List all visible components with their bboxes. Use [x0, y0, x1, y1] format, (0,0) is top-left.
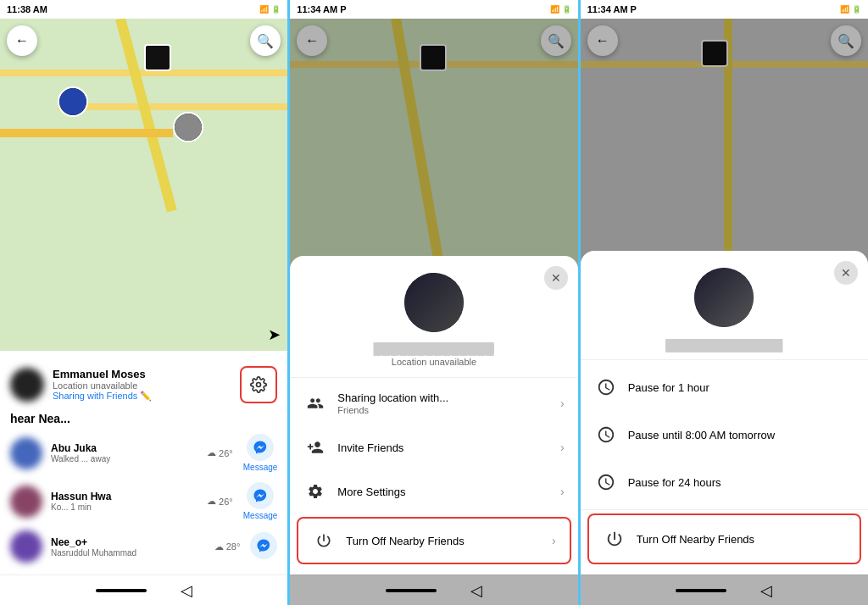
friend-detail-1: Ko... 1 min [51, 502, 207, 512]
modal-user-name-2: ██████████████ [290, 339, 577, 357]
status-icons-1: 📶 🔋 [259, 5, 281, 14]
friend-weather-0: ☁ 26° [207, 447, 233, 458]
people-icon [303, 391, 327, 415]
message-label-0: Message [243, 463, 278, 472]
phone-panel-2: 11:34 AM P 📶 🔋 ← 🔍 ✕ ██████████████ [290, 0, 580, 605]
divider-3 [581, 359, 868, 360]
phone-panel-3: 11:34 AM P 📶 🔋 ← 🔍 ✕ ███████████████ [581, 0, 868, 605]
friend-item-1: Hassun Hwa Ko... 1 min ☁ 26° Message [0, 477, 287, 525]
menu-item-invite[interactable]: Invite Friends › [290, 425, 577, 469]
menu-text-turnoff: Turn Off Nearby Friends [346, 535, 552, 547]
modal-avatar-2 [404, 273, 464, 332]
menu-item-settings[interactable]: More Settings › [290, 469, 577, 513]
pause-item-1[interactable]: Pause until 8:00 AM tomorrow [581, 411, 868, 458]
close-button-2[interactable]: ✕ [544, 266, 568, 290]
friend-info-1: Hassun Hwa Ko... 1 min [51, 491, 207, 512]
nav-bar-1: ◁ [0, 574, 287, 605]
friend-avatar-1 [10, 486, 42, 518]
modal-avatar-wrap-3 [581, 251, 868, 334]
add-friend-icon [303, 436, 327, 459]
time-display-1: 11:38 AM [7, 4, 47, 14]
status-bar-2: 11:34 AM P 📶 🔋 [290, 0, 577, 19]
pause-item-0[interactable]: Pause for 1 hour [581, 364, 868, 411]
map-background-1: ← 🔍 ➤ [0, 19, 287, 351]
modal-user-name-3: ███████████████ [581, 334, 868, 356]
modal-sheet-3: ✕ ███████████████ Pause for 1 hour Pause… [581, 251, 868, 574]
user-row-1: Emmanuel Moses Location unavailable Shar… [0, 361, 287, 408]
chevron-icon-invite: › [560, 441, 565, 454]
message-button-2[interactable] [250, 532, 277, 561]
divider-3b [581, 509, 868, 510]
status-icons-2: 📶 🔋 [550, 5, 571, 14]
friend-info-0: Abu Juka Walked ... away [51, 442, 207, 463]
pause-label-3: Turn Off Nearby Friends [637, 533, 754, 546]
time-display-3: 11:34 AM P [587, 4, 637, 14]
friend-name-0: Abu Juka [51, 442, 207, 454]
pause-label-2: Pause for 24 hours [628, 476, 721, 489]
compass-icon-1: ➤ [268, 325, 281, 344]
clock-icon-0 [594, 375, 618, 399]
menu-text-settings: More Settings [337, 486, 560, 498]
menu-item-sharing[interactable]: Sharing location with... Friends › [290, 381, 577, 425]
map-pin-3[interactable] [173, 112, 203, 142]
user-location-1: Location unavailable [53, 380, 240, 391]
status-icons-3: 📶 🔋 [840, 5, 861, 14]
svg-point-0 [257, 383, 261, 387]
settings-button-1[interactable] [240, 366, 277, 403]
status-bar-3: 11:34 AM P 📶 🔋 [581, 0, 868, 19]
back-button-1[interactable]: ← [7, 25, 37, 56]
chevron-icon-sharing: › [560, 397, 565, 410]
message-button-0[interactable]: Message [243, 434, 278, 472]
modal-avatar-wrap-2 [290, 256, 577, 339]
menu-text-invite: Invite Friends [337, 441, 560, 454]
friend-detail-2: Nasruddul Muhammad [51, 548, 214, 558]
chevron-icon-turnoff: › [552, 534, 556, 547]
friend-name-2: Nee_o+ [51, 536, 214, 548]
power-icon-2 [312, 529, 336, 552]
message-button-1[interactable]: Message [243, 482, 278, 520]
friend-item-2: Nee_o+ Nasruddul Muhammad ☁ 28° [0, 525, 287, 568]
nav-back-1[interactable]: ◁ [181, 581, 192, 600]
menu-text-sharing: Sharing location with... Friends [337, 391, 560, 415]
nav-pill-1 [96, 589, 147, 592]
power-icon-3 [603, 527, 626, 551]
friend-item-0: Abu Juka Walked ... away ☁ 26° Message [0, 429, 287, 477]
modal-sheet-2: ✕ ██████████████ Location unavailable Sh… [290, 256, 577, 574]
pause-item-3-turnoff[interactable]: Turn Off Nearby Friends [587, 513, 861, 564]
friend-detail-0: Walked ... away [51, 454, 207, 463]
friend-weather-1: ☁ 26° [207, 496, 233, 507]
friend-info-2: Nee_o+ Nasruddul Muhammad [51, 536, 214, 558]
nearby-title-1: hear Nea... [0, 408, 287, 429]
messenger-icon-2 [250, 532, 277, 559]
user-name-1: Emmanuel Moses [53, 368, 240, 380]
modal-user-status-2: Location unavailable [290, 357, 577, 374]
bottom-panel-1: Emmanuel Moses Location unavailable Shar… [0, 351, 287, 574]
friend-avatar-2 [10, 530, 42, 563]
modal-avatar-3 [694, 268, 754, 327]
friend-avatar-0 [10, 437, 42, 469]
messenger-icon-0 [247, 434, 274, 461]
map-pin-1 [144, 44, 171, 71]
pause-item-2[interactable]: Pause for 24 hours [581, 458, 868, 506]
time-display-2: 11:34 AM P [297, 4, 346, 14]
friend-weather-2: ☁ 28° [214, 541, 241, 552]
map-area-1[interactable]: ← 🔍 ➤ [0, 19, 287, 351]
clock-icon-2 [594, 470, 618, 494]
user-sharing-1: Sharing with Friends ✏️ [53, 391, 240, 402]
messenger-icon-1 [247, 482, 274, 509]
menu-item-turnoff[interactable]: Turn Off Nearby Friends › [297, 517, 570, 564]
search-button-1[interactable]: 🔍 [250, 25, 281, 56]
friend-name-1: Hassun Hwa [51, 491, 207, 502]
settings-icon [303, 480, 327, 503]
clock-icon-1 [594, 423, 618, 447]
user-info-1: Emmanuel Moses Location unavailable Shar… [53, 368, 240, 402]
user-avatar-1 [10, 368, 44, 402]
chevron-icon-settings: › [560, 485, 565, 498]
close-button-3[interactable]: ✕ [834, 261, 858, 285]
map-pin-2[interactable] [58, 86, 88, 117]
pause-label-0: Pause for 1 hour [628, 381, 709, 394]
message-label-1: Message [243, 511, 278, 520]
pause-label-1: Pause until 8:00 AM tomorrow [628, 429, 775, 441]
divider-2 [290, 377, 577, 378]
status-bar-1: 11:38 AM 📶 🔋 [0, 0, 287, 19]
